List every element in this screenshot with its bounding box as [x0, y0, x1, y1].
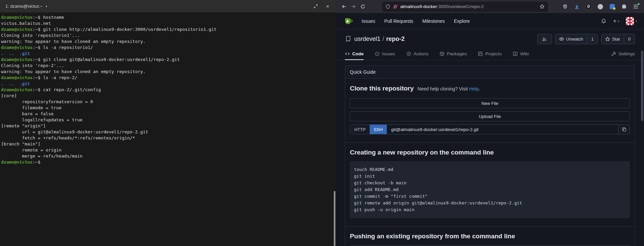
ssh-protocol-button[interactable]: SSH — [370, 125, 387, 134]
upload-file-button[interactable]: Upload File — [350, 111, 630, 121]
download-icon[interactable] — [573, 3, 580, 10]
package-icon — [440, 51, 445, 56]
code-icon — [345, 51, 350, 56]
nav-link-issues[interactable]: Issues — [362, 18, 375, 24]
toolbar-extensions: D — [562, 3, 641, 10]
menu-icon[interactable] — [632, 3, 639, 10]
terminal-line: dzamo@victus:~$ — [1, 159, 335, 165]
url-text[interactable]: almalinux9-docker:3000/usrdevel1/repo-2 — [400, 4, 537, 9]
tab-projects[interactable]: Projects — [478, 48, 502, 60]
star-button[interactable]: Star — [601, 34, 624, 44]
gitea-page: Issues Pull Requests Milestones Explore … — [336, 13, 644, 246]
insecure-lock-icon[interactable] — [393, 4, 397, 9]
terminal-line: fetch = +refs/heads/*:refs/remotes/origi… — [1, 135, 335, 141]
repo-book-icon — [345, 36, 351, 42]
tracking-protection-shield-icon[interactable] — [385, 4, 390, 9]
rss-button-group — [537, 34, 552, 44]
chevron-down-icon[interactable]: ▾ — [46, 5, 47, 8]
user-menu[interactable]: ▾ — [626, 17, 637, 25]
terminal-scrollbar[interactable] — [334, 191, 335, 246]
terminal-line: victus.balaitus.net — [1, 20, 335, 26]
star-label: Star — [612, 37, 620, 42]
terminal-line: dzamo@victus:~$ git clone git@almalinux9… — [1, 57, 335, 63]
terminal-line: [core] — [1, 93, 335, 99]
tab-projects-label: Projects — [485, 51, 502, 56]
watch-count[interactable]: 1 — [587, 34, 598, 44]
creating-section: Creating a new repository on the command… — [345, 142, 635, 226]
clone-subtext: Need help cloning? Visit Help. — [417, 86, 480, 91]
forward-button[interactable] — [349, 2, 358, 11]
close-icon[interactable]: × — [325, 4, 330, 9]
nav-link-explore[interactable]: Explore — [454, 18, 470, 24]
terminal-title: 1: dzamo@victus:~ ▾ — [5, 4, 47, 9]
browser-window: almalinux9-docker:3000/usrdevel1/repo-2 … — [336, 0, 644, 246]
terminal-title-text: 1: dzamo@victus:~ — [5, 4, 43, 9]
tab-code[interactable]: Code — [345, 48, 364, 60]
repo-owner-link[interactable]: usrdevel1 — [354, 36, 380, 43]
clone-url-field[interactable]: git@almalinux9-docker:usrdevel1/repo-2.g… — [387, 125, 618, 134]
create-new-button[interactable]: + ▾ — [613, 18, 619, 24]
tab-actions[interactable]: Actions — [406, 48, 428, 60]
clone-heading-text: Clone this repository — [350, 85, 414, 92]
pushing-section: Pushing an existing repository from the … — [345, 226, 635, 246]
nav-link-milestones[interactable]: Milestones — [422, 18, 445, 24]
terminal-line: filemode = true — [1, 105, 335, 111]
repo-tabs: Code Issues Actions Packages Projects — [336, 48, 644, 60]
tab-settings[interactable]: Settings — [611, 48, 635, 60]
unwatch-button[interactable]: Unwatch — [555, 34, 587, 44]
terminal-line: merge = refs/heads/main — [1, 153, 335, 159]
terminal-line: [remote "origin"] — [1, 123, 335, 129]
nav-link-pull-requests[interactable]: Pull Requests — [384, 18, 413, 24]
tab-packages[interactable]: Packages — [440, 48, 467, 60]
terminal-window-controls: × — [313, 4, 330, 9]
terminal-line: Cloning into 'repositorio1'... — [1, 33, 335, 39]
reload-button[interactable] — [358, 2, 367, 11]
repo-content: Quick Guide Clone this repository Need h… — [336, 60, 644, 246]
tab-issues[interactable]: Issues — [375, 48, 395, 60]
extensions-puzzle-icon[interactable] — [620, 3, 627, 10]
page-scrollbar[interactable] — [641, 51, 643, 121]
pushing-heading: Pushing an existing repository from the … — [350, 233, 630, 240]
terminal-window: 1: dzamo@victus:~ ▾ × dzamo@victus:~$ ho… — [0, 0, 336, 246]
new-file-button[interactable]: New File — [350, 98, 630, 108]
terminal-line: url = git@almalinux9-docker:usrdevel1/re… — [1, 129, 335, 135]
star-button-group: Star 0 — [601, 34, 635, 44]
maximize-icon[interactable] — [313, 4, 318, 9]
terminal-line: dzamo@victus:~$ ls -a repo-2/ — [1, 75, 335, 81]
http-protocol-button[interactable]: HTTP — [350, 125, 370, 134]
rss-feed-button[interactable] — [538, 34, 552, 44]
project-board-icon — [478, 51, 483, 56]
url-host: almalinux9-docker — [400, 4, 437, 9]
star-count[interactable]: 0 — [624, 34, 635, 44]
notifications-bell-icon[interactable] — [601, 18, 606, 24]
extension-d-icon[interactable]: D — [585, 3, 592, 10]
update-badge — [638, 3, 640, 5]
terminal-line: logallrefupdates = true — [1, 117, 335, 123]
terminal-titlebar: 1: dzamo@victus:~ ▾ × — [0, 0, 336, 12]
terminal-line: bare = false — [1, 111, 335, 117]
tab-wiki-label: Wiki — [520, 51, 529, 56]
repo-title: usrdevel1 / repo-2 — [354, 36, 405, 43]
tab-issues-label: Issues — [382, 51, 395, 56]
plus-icon: + — [613, 18, 616, 24]
help-link[interactable]: Help — [469, 86, 479, 91]
url-bar[interactable]: almalinux9-docker:3000/usrdevel1/repo-2 — [382, 2, 548, 12]
tab-wiki[interactable]: Wiki — [513, 48, 529, 60]
screen: 1: dzamo@victus:~ ▾ × dzamo@victus:~$ ho… — [0, 0, 644, 246]
extension-ghost-icon[interactable] — [597, 3, 604, 10]
copy-url-button[interactable] — [618, 125, 630, 134]
chevron-down-icon: ▾ — [636, 20, 637, 23]
bookmark-star-icon[interactable] — [540, 4, 545, 9]
terminal-output: dzamo@victus:~$ hostnamevictus.balaitus.… — [0, 12, 336, 167]
terminal-line: warning: You appear to have cloned an em… — [1, 69, 335, 75]
creating-code-block[interactable]: touch README.md git init git checkout -b… — [350, 161, 630, 218]
navbar-right: + ▾ — [601, 17, 637, 25]
tab-settings-label: Settings — [618, 51, 635, 56]
back-button[interactable] — [339, 2, 349, 11]
gitea-logo-icon[interactable] — [343, 16, 353, 26]
browser-toolbar: almalinux9-docker:3000/usrdevel1/repo-2 … — [336, 0, 644, 13]
extension-container-icon[interactable] — [609, 3, 615, 10]
shield-check-icon[interactable] — [562, 3, 568, 10]
repo-title-separator: / — [382, 36, 384, 43]
clone-url-row: HTTP SSH git@almalinux9-docker:usrdevel1… — [350, 124, 630, 134]
